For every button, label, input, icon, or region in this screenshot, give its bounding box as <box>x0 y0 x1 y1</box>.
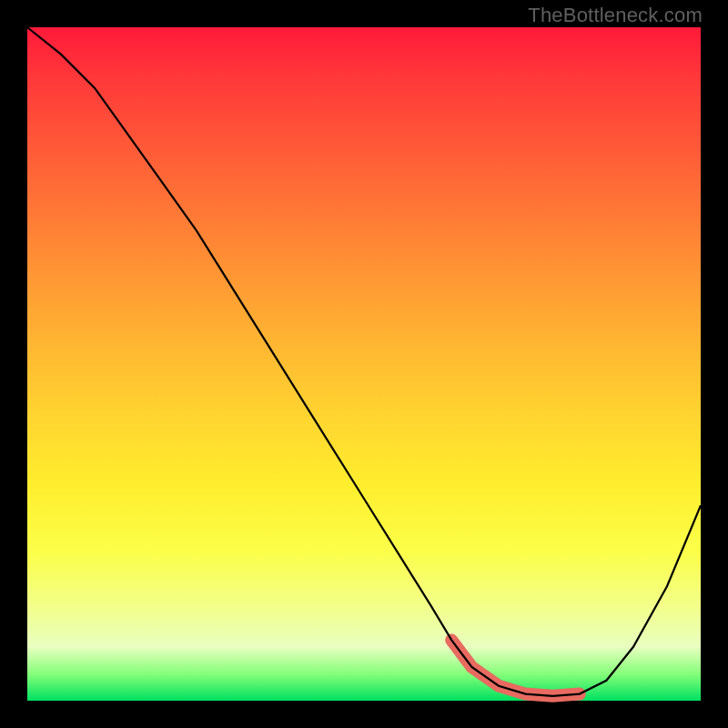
gradient-plot-area <box>27 27 701 701</box>
optimal-zone-highlight <box>451 640 580 695</box>
watermark-text: TheBottleneck.com <box>528 4 703 27</box>
curve-layer <box>27 27 701 701</box>
bottleneck-curve <box>27 27 701 696</box>
chart-frame: TheBottleneck.com <box>0 0 728 728</box>
